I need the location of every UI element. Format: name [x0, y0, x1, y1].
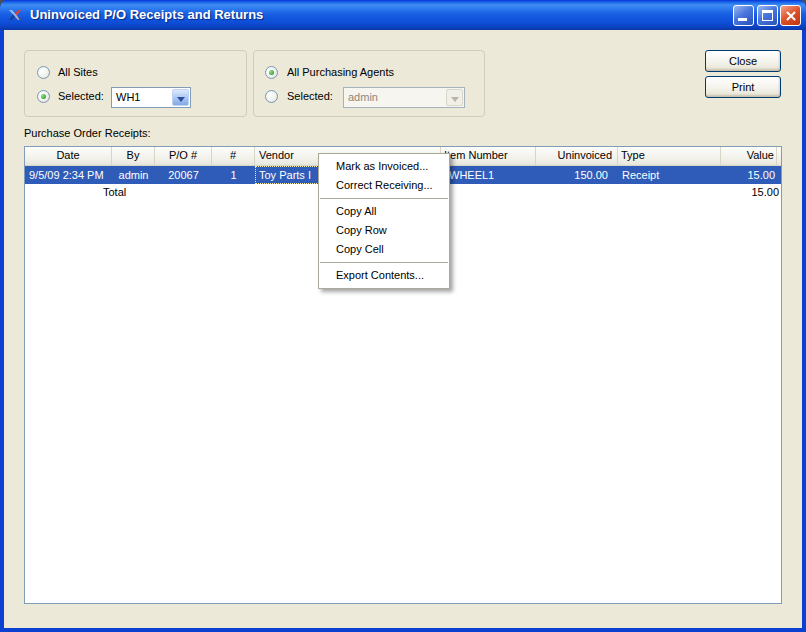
column-header-uninvoiced[interactable]: Uninvoiced	[536, 147, 618, 165]
sites-filter-panel: All Sites Selected: WH1	[24, 50, 247, 117]
menu-item-copy-row[interactable]: Copy Row	[319, 221, 449, 240]
context-menu: Mark as Invoiced... Correct Receiving...…	[318, 153, 450, 289]
all-agents-radio[interactable]	[265, 66, 278, 79]
minimize-icon	[738, 18, 747, 21]
agents-filter-panel: All Purchasing Agents Selected: admin	[253, 50, 485, 117]
column-header-item[interactable]: Item Number	[441, 147, 536, 165]
column-header-po[interactable]: P/O #	[155, 147, 212, 165]
menu-separator	[320, 198, 448, 199]
maximize-icon	[762, 10, 773, 21]
site-combobox-value: WH1	[116, 89, 140, 106]
agent-combobox-value: admin	[348, 89, 378, 106]
selected-site-label: Selected:	[58, 90, 104, 102]
menu-separator	[320, 262, 448, 263]
dialog-client-area: All Sites Selected: WH1 All Purchasing A…	[4, 30, 802, 628]
cell-num[interactable]: 1	[212, 166, 255, 184]
menu-item-correct-receiving[interactable]: Correct Receiving...	[319, 176, 449, 195]
cell-value[interactable]: 15.00	[721, 166, 777, 184]
all-sites-label: All Sites	[58, 66, 98, 78]
cell-date[interactable]: 9/5/09 2:34 PM	[25, 166, 112, 184]
column-header-date[interactable]: Date	[25, 147, 112, 165]
site-combobox[interactable]: WH1	[111, 87, 191, 108]
total-label: Total	[103, 184, 126, 202]
print-button[interactable]: Print	[705, 76, 781, 98]
column-header-type[interactable]: Type	[618, 147, 721, 165]
titlebar[interactable]: Uninvoiced P/O Receipts and Returns	[0, 0, 806, 30]
menu-item-mark-as-invoiced[interactable]: Mark as Invoiced...	[319, 157, 449, 176]
selected-agent-radio[interactable]	[265, 90, 278, 103]
cell-by[interactable]: admin	[112, 166, 155, 184]
menu-item-copy-cell[interactable]: Copy Cell	[319, 240, 449, 259]
chevron-down-icon[interactable]	[172, 89, 189, 106]
all-agents-label: All Purchasing Agents	[287, 66, 394, 78]
dialog-window: Uninvoiced P/O Receipts and Returns All …	[0, 0, 806, 632]
maximize-button[interactable]	[757, 5, 778, 26]
column-header-by[interactable]: By	[112, 147, 155, 165]
all-sites-radio[interactable]	[37, 66, 50, 79]
cell-type[interactable]: Receipt	[618, 166, 721, 184]
close-window-button[interactable]	[780, 5, 801, 26]
close-button[interactable]: Close	[705, 50, 781, 72]
cell-item[interactable]: WHEEL1	[441, 166, 536, 184]
window-title: Uninvoiced P/O Receipts and Returns	[30, 0, 263, 29]
selected-agent-label: Selected:	[287, 90, 333, 102]
selected-site-radio[interactable]	[37, 90, 50, 103]
menu-item-copy-all[interactable]: Copy All	[319, 202, 449, 221]
menu-item-export-contents[interactable]: Export Contents...	[319, 266, 449, 285]
agent-combobox: admin	[343, 87, 465, 108]
minimize-button[interactable]	[733, 5, 754, 26]
cell-po[interactable]: 20067	[155, 166, 212, 184]
cell-uninvoiced[interactable]: 150.00	[536, 166, 618, 184]
grid-label: Purchase Order Receipts:	[24, 127, 151, 139]
app-x-logo-icon	[8, 7, 24, 23]
total-value: 15.00	[725, 184, 781, 202]
column-header-value[interactable]: Value	[721, 147, 777, 165]
chevron-down-icon	[446, 89, 463, 106]
column-header-num[interactable]: #	[212, 147, 255, 165]
